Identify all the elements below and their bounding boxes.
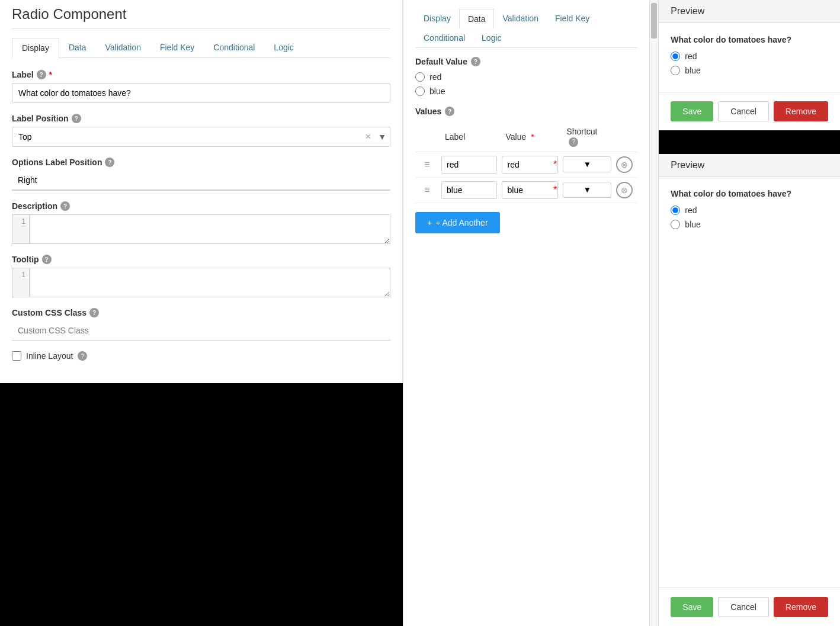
bottom-preview-radio-red[interactable] <box>671 206 680 215</box>
tab-field-key[interactable]: Field Key <box>150 38 204 57</box>
options-position-input[interactable] <box>12 171 390 190</box>
shortcut-cell-2: ▼ <box>560 177 614 203</box>
default-value-help-icon[interactable]: ? <box>471 57 480 66</box>
default-value-radio-blue[interactable] <box>415 86 425 96</box>
shortcut-select-1[interactable]: ▼ <box>563 156 611 172</box>
col-value: Value * <box>499 122 560 152</box>
description-group: Description ? 1 <box>12 201 390 244</box>
value-required-star: * <box>531 132 534 142</box>
tooltip-textarea[interactable] <box>30 268 390 297</box>
drag-handle-1[interactable]: ≡ <box>415 152 439 177</box>
top-preview-radio-blue[interactable] <box>671 66 680 75</box>
data-tab-logic[interactable]: Logic <box>473 28 509 47</box>
default-value-group: Default Value ? red blue <box>415 57 637 96</box>
top-preview-header: Preview <box>659 0 840 23</box>
tab-validation[interactable]: Validation <box>95 38 150 57</box>
scrollbar-thumb[interactable] <box>651 3 657 38</box>
bottom-preview-question: What color do tomatoes have? <box>671 189 828 198</box>
black-area-left <box>0 383 403 626</box>
values-table: Label Value * Shortcut ? <box>415 122 637 203</box>
description-textarea-wrapper: 1 <box>12 214 390 244</box>
default-value-radio-red[interactable] <box>415 72 425 82</box>
bottom-action-buttons: Save Cancel Remove <box>659 588 840 626</box>
inline-layout-label: Inline Layout <box>26 351 73 361</box>
inline-layout-checkbox[interactable] <box>12 351 21 361</box>
remove-cell-2: ⊗ <box>614 177 637 203</box>
tab-logic[interactable]: Logic <box>264 38 303 57</box>
top-remove-button[interactable]: Remove <box>774 101 828 121</box>
top-preview-radio-red[interactable] <box>671 52 680 61</box>
select-clear-icon[interactable]: × <box>362 131 374 142</box>
bottom-save-button[interactable]: Save <box>671 597 713 617</box>
col-drag <box>415 122 439 152</box>
add-another-button[interactable]: + + Add Another <box>415 212 500 233</box>
value-input-1[interactable] <box>502 156 558 174</box>
remove-button-2[interactable]: ⊗ <box>616 182 633 198</box>
default-value-label-blue: blue <box>429 86 445 96</box>
col-shortcut: Shortcut ? <box>560 122 614 152</box>
default-value-option-red: red <box>415 72 637 82</box>
shortcut-cell-1: ▼ <box>560 152 614 177</box>
top-preview-body: What color do tomatoes have? red blue <box>659 23 840 92</box>
shortcut-select-2[interactable]: ▼ <box>563 182 611 198</box>
values-help-icon[interactable]: ? <box>445 107 454 116</box>
custom-css-help-icon[interactable]: ? <box>89 308 99 317</box>
table-row: ≡ * ▼ <box>415 177 637 203</box>
values-group: Values ? Label Value * <box>415 107 637 233</box>
bottom-preview-header: Preview <box>659 154 840 177</box>
data-tab-conditional[interactable]: Conditional <box>415 28 473 47</box>
values-label: Values ? <box>415 107 637 116</box>
bottom-preview-label-blue: blue <box>685 220 700 229</box>
default-value-label-red: red <box>429 72 441 82</box>
bottom-remove-button[interactable]: Remove <box>774 597 828 617</box>
label-cell-2 <box>439 177 499 203</box>
top-preview-option-blue: blue <box>671 66 828 75</box>
top-preview-label-blue: blue <box>685 66 700 75</box>
bottom-cancel-button[interactable]: Cancel <box>718 597 769 617</box>
bottom-preview-label-red: red <box>685 206 697 215</box>
description-textarea[interactable] <box>30 214 390 244</box>
label-position-select[interactable]: Top Left Right Bottom <box>12 127 362 146</box>
top-save-button[interactable]: Save <box>671 101 713 121</box>
description-help-icon[interactable]: ? <box>60 201 70 211</box>
label-input-1[interactable] <box>441 156 497 174</box>
label-input[interactable] <box>12 83 390 103</box>
custom-css-input[interactable] <box>12 321 390 341</box>
label-position-label: Label Position ? <box>12 114 390 123</box>
label-input-2[interactable] <box>441 181 497 199</box>
data-tab-data[interactable]: Data <box>459 9 495 29</box>
value-input-2[interactable] <box>502 181 558 199</box>
remove-button-1[interactable]: ⊗ <box>616 156 633 173</box>
data-tab-validation[interactable]: Validation <box>494 9 546 28</box>
shortcut-help-icon[interactable]: ? <box>569 137 578 147</box>
data-tab-field-key[interactable]: Field Key <box>547 9 598 28</box>
options-position-field <box>12 171 390 191</box>
data-tab-display[interactable]: Display <box>415 9 459 28</box>
value-required-1: * <box>553 159 557 170</box>
tooltip-textarea-wrapper: 1 <box>12 268 390 297</box>
bottom-preview-body: What color do tomatoes have? red blue <box>659 177 840 588</box>
default-value-label: Default Value ? <box>415 57 637 66</box>
top-preview-label-red: red <box>685 52 697 61</box>
tooltip-line-num: 1 <box>12 268 30 297</box>
col-label: Label <box>439 122 499 152</box>
inline-layout-help-icon[interactable]: ? <box>78 351 87 361</box>
tab-display[interactable]: Display <box>12 38 59 58</box>
tab-data[interactable]: Data <box>59 38 96 57</box>
value-required-2: * <box>553 185 557 195</box>
plus-icon: + <box>427 218 432 227</box>
label-position-select-wrapper: Top Left Right Bottom × ▼ <box>12 127 390 147</box>
label-required: * <box>49 70 52 79</box>
label-help-icon[interactable]: ? <box>37 70 46 79</box>
scrollbar[interactable] <box>649 0 658 626</box>
options-position-help-icon[interactable]: ? <box>105 158 114 167</box>
drag-handle-2[interactable]: ≡ <box>415 177 439 203</box>
bottom-preview-radio-blue[interactable] <box>671 220 680 229</box>
label-position-help-icon[interactable]: ? <box>72 114 81 123</box>
label-position-group: Label Position ? Top Left Right Bottom ×… <box>12 114 390 147</box>
col-remove <box>614 122 637 152</box>
tooltip-help-icon[interactable]: ? <box>42 255 52 264</box>
top-cancel-button[interactable]: Cancel <box>718 101 769 121</box>
custom-css-group: Custom CSS Class ? <box>12 308 390 341</box>
tab-conditional[interactable]: Conditional <box>204 38 264 57</box>
